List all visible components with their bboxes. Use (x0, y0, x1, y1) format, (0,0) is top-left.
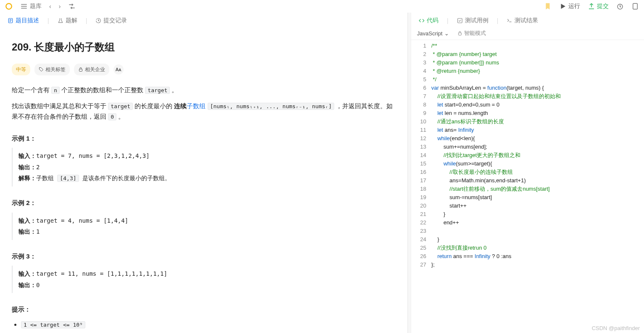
tab-description[interactable]: 题目描述 (8, 17, 39, 24)
next-button[interactable]: › (59, 3, 61, 10)
example-heading: 示例 2： (12, 197, 396, 208)
problem-paragraph: 给定一个含有 n 个正整数的数组和一个正整数 target 。 (12, 85, 396, 96)
tab-solution[interactable]: 题解 (58, 17, 77, 24)
bookmark-icon[interactable] (544, 3, 552, 10)
code-tabs: 代码 | 测试用例 | 测试结果 (411, 13, 644, 26)
svg-rect-6 (458, 33, 461, 35)
code-editor[interactable]: 1234567891011121314151617181920212223242… (411, 40, 644, 333)
lock-icon (457, 31, 462, 36)
library-link[interactable]: 题库 (20, 3, 42, 10)
timer-icon[interactable] (616, 3, 624, 10)
svg-rect-5 (457, 19, 462, 23)
company-button[interactable]: 相关企业 (74, 64, 109, 75)
flask-icon (58, 18, 63, 24)
top-toolbar: 题库 ‹ › 运行 提交 (0, 0, 644, 13)
problem-paragraph: 找出该数组中满足其总和大于等于 target 的长度最小的 连续子数组 [num… (12, 101, 396, 122)
check-square-icon (457, 18, 463, 24)
problem-title: 209. 长度最小的子数组 (12, 39, 396, 56)
logo-icon (5, 3, 13, 10)
history-icon (95, 18, 101, 24)
example-block: 输入：target = 4, nums = [1,4,4] 输出：1 (12, 213, 396, 240)
svg-rect-4 (79, 69, 82, 72)
example-heading: 示例 1： (12, 133, 396, 144)
code-icon (419, 18, 425, 24)
tab-records[interactable]: 提交记录 (95, 17, 127, 24)
watermark: CSDN @paithfinder (592, 325, 640, 331)
problem-content: 209. 长度最小的子数组 中等 相关标签 相关企业 Aᴀ 给定一个含有 n 个… (0, 26, 407, 333)
example-heading: 示例 3： (12, 251, 396, 262)
font-button[interactable]: Aᴀ (113, 64, 124, 75)
subarray-link[interactable]: 子数组 (187, 102, 206, 109)
tags-button[interactable]: 相关标签 (34, 64, 70, 75)
tag-icon (39, 67, 44, 72)
svg-rect-2 (633, 3, 638, 9)
example-block: 输入：target = 11, nums = [1,1,1,1,1,1,1,1]… (12, 266, 396, 293)
line-gutter: 1234567891011121314151617181920212223242… (411, 40, 430, 333)
random-icon[interactable] (68, 3, 76, 10)
smart-mode[interactable]: 智能模式 (457, 29, 486, 37)
chevron-down-icon: ⌄ (444, 30, 449, 37)
example-block: 输入：target = 7, nums = [2,3,1,2,4,3] 输出：2… (12, 148, 396, 186)
problem-tabs: 题目描述 | 题解 | 提交记录 (0, 13, 407, 26)
difficulty-badge: 中等 (12, 64, 30, 75)
list-icon (20, 3, 28, 10)
resize-handle[interactable] (408, 13, 411, 333)
description-icon (8, 18, 13, 24)
notes-icon[interactable] (631, 3, 639, 10)
tab-result[interactable]: 测试结果 (507, 17, 538, 24)
hint-item: 1 <= target <= 10⁹ (21, 319, 396, 330)
lock-icon (78, 67, 83, 72)
language-select[interactable]: JavaScript ⌄ (417, 30, 449, 37)
terminal-icon (507, 18, 512, 24)
svg-point-0 (6, 3, 12, 9)
run-button[interactable]: 运行 (559, 3, 580, 10)
code-area[interactable]: /** * @param {number} target * @param {n… (430, 40, 644, 333)
tab-code[interactable]: 代码 (419, 17, 438, 24)
hint-heading: 提示： (12, 304, 396, 315)
tab-testcase[interactable]: 测试用例 (457, 17, 488, 24)
submit-button[interactable]: 提交 (588, 3, 609, 10)
prev-button[interactable]: ‹ (49, 3, 51, 10)
